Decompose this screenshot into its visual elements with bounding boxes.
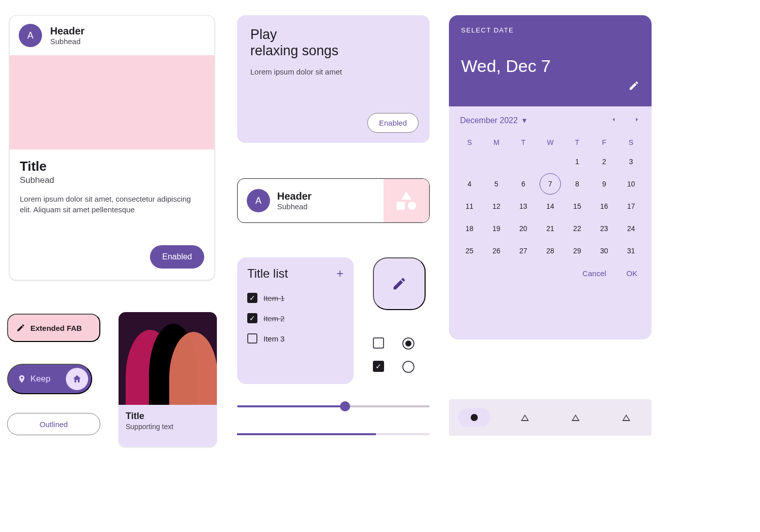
calendar-day <box>456 150 483 173</box>
outlined-button[interactable]: Outlined <box>7 413 100 435</box>
date-picker-ok-button[interactable]: OK <box>626 269 637 278</box>
title-list-items: ✓Item 1✓Item 2Item 3 <box>247 288 344 349</box>
keep-chip-label: Keep <box>30 374 51 384</box>
date-picker-selected-date: Wed, Dec 7 <box>461 56 639 76</box>
list-item[interactable]: Item 3 <box>247 328 344 349</box>
square-icon <box>397 202 405 210</box>
calendar-day[interactable]: 16 <box>591 195 618 217</box>
card-primary-button[interactable]: Enabled <box>150 245 204 269</box>
calendar-day[interactable]: 13 <box>510 195 537 217</box>
calendar-day[interactable]: 5 <box>483 173 510 195</box>
image-card-title: Title <box>126 411 210 422</box>
calendar-day[interactable]: 19 <box>483 217 510 240</box>
calendar-day[interactable]: 24 <box>618 217 644 240</box>
calendar-day[interactable]: 23 <box>591 217 618 240</box>
calendar-day[interactable]: 10 <box>618 173 644 195</box>
card-subtitle: Subhead <box>20 175 204 185</box>
calendar-day[interactable]: 4 <box>456 173 483 195</box>
list-item[interactable]: ✓Item 2 <box>247 308 344 328</box>
calendar-day[interactable]: 9 <box>591 173 618 195</box>
checkbox[interactable]: ✓ <box>247 313 257 323</box>
chevron-left-icon <box>610 116 617 123</box>
date-picker-month-nav: December 2022 ▾ <box>449 106 652 134</box>
calendar-grid: SMTWTFS 12345678910111213141516171819202… <box>449 134 652 262</box>
calendar-day[interactable]: 12 <box>483 195 510 217</box>
calendar-day[interactable]: 27 <box>510 240 537 262</box>
header-card-thumbnail <box>384 179 429 222</box>
calendar-day[interactable]: 3 <box>618 150 644 173</box>
calendar-day <box>510 150 537 173</box>
date-picker-cancel-button[interactable]: Cancel <box>583 269 606 278</box>
next-month-button[interactable] <box>633 116 640 125</box>
keep-chip[interactable]: Keep <box>7 364 92 394</box>
weekday-header: M <box>483 134 510 150</box>
bottom-nav-item-3[interactable] <box>559 408 592 427</box>
play-card-body: Lorem ipsum dolor sit amet <box>250 67 416 76</box>
calendar-day[interactable]: 11 <box>456 195 483 217</box>
calendar-day[interactable]: 7 <box>537 173 563 195</box>
bottom-nav-item-4[interactable] <box>610 408 642 427</box>
calendar-day[interactable]: 29 <box>564 240 591 262</box>
checkbox-checked[interactable]: ✓ <box>373 361 384 372</box>
date-picker-edit-button[interactable] <box>628 80 639 93</box>
weekday-header: S <box>618 134 644 150</box>
calendar-day[interactable]: 8 <box>564 173 591 195</box>
calendar-day[interactable]: 14 <box>537 195 563 217</box>
checkbox[interactable] <box>247 333 257 344</box>
weekday-header: T <box>510 134 537 150</box>
radio-selected[interactable] <box>402 337 414 350</box>
calendar-day <box>483 150 510 173</box>
weekday-header: F <box>591 134 618 150</box>
media-card: A Header Subhead Title Subhead Lorem ips… <box>9 15 215 280</box>
extended-fab[interactable]: Extended FAB <box>7 314 100 342</box>
header-card-left: A Header Subhead <box>238 189 321 212</box>
calendar-day[interactable]: 2 <box>591 150 618 173</box>
triangle-icon <box>572 414 580 421</box>
extended-fab-label: Extended FAB <box>30 324 82 332</box>
calendar-day[interactable]: 6 <box>510 173 537 195</box>
calendar-day[interactable]: 15 <box>564 195 591 217</box>
slider[interactable] <box>237 405 430 407</box>
weekday-header: T <box>564 134 591 150</box>
edit-fab[interactable] <box>373 257 426 310</box>
card-header-text: Header Subhead <box>50 25 85 46</box>
bottom-nav-item-1[interactable] <box>458 408 490 427</box>
list-item-label: Item 2 <box>263 314 285 323</box>
triangle-icon <box>521 414 529 421</box>
avatar[interactable]: A <box>247 189 270 212</box>
date-picker-month-button[interactable]: December 2022 ▾ <box>460 116 526 125</box>
date-picker-actions: Cancel OK <box>449 262 652 285</box>
checkbox[interactable]: ✓ <box>247 293 257 303</box>
calendar-day[interactable]: 25 <box>456 240 483 262</box>
list-item-label: Item 1 <box>263 294 285 302</box>
card-header-subhead: Subhead <box>50 37 85 46</box>
calendar-day[interactable]: 31 <box>618 240 644 262</box>
pencil-icon <box>392 276 407 291</box>
image-card-artwork <box>119 312 217 405</box>
add-item-button[interactable]: + <box>336 267 344 281</box>
calendar-day[interactable]: 18 <box>456 217 483 240</box>
header-card[interactable]: A Header Subhead <box>237 178 430 223</box>
bottom-nav-item-2[interactable] <box>509 408 541 427</box>
calendar-day[interactable]: 1 <box>564 150 591 173</box>
list-item-label: Item 3 <box>263 334 285 343</box>
weekday-header: S <box>456 134 483 150</box>
play-card-button[interactable]: Enabled <box>367 113 419 133</box>
radio-unselected[interactable] <box>402 361 414 373</box>
calendar-day[interactable]: 28 <box>537 240 563 262</box>
calendar-day[interactable]: 26 <box>483 240 510 262</box>
avatar[interactable]: A <box>19 24 42 47</box>
calendar-day[interactable]: 30 <box>591 240 618 262</box>
prev-month-button[interactable] <box>610 116 617 125</box>
calendar-day[interactable]: 17 <box>618 195 644 217</box>
keep-home-button[interactable] <box>66 368 88 390</box>
image-card[interactable]: Title Supporting text <box>119 312 217 447</box>
list-item[interactable]: ✓Item 1 <box>247 288 344 308</box>
checkbox-unchecked[interactable] <box>373 337 384 349</box>
header-card-title: Header <box>277 191 312 202</box>
calendar-day[interactable]: 22 <box>564 217 591 240</box>
card-body: Title Subhead Lorem ipsum dolor sit amet… <box>10 149 214 215</box>
calendar-day[interactable]: 21 <box>537 217 563 240</box>
date-picker-label: SELECT DATE <box>461 26 639 34</box>
calendar-day[interactable]: 20 <box>510 217 537 240</box>
